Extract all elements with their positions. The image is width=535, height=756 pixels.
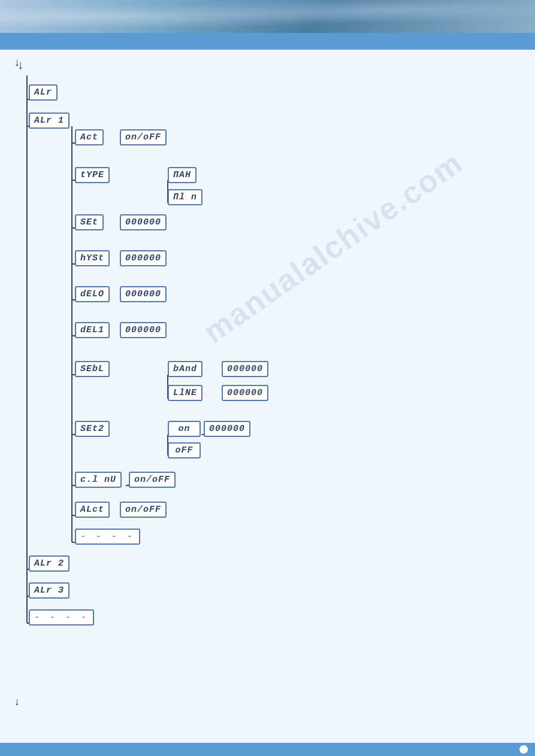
hyst-node: hYSt — [75, 250, 110, 266]
blue-bar — [0, 33, 535, 50]
main-content: manualalchive.com ↓ — [0, 50, 535, 726]
set-node: SEt — [75, 214, 104, 230]
footer-bar — [0, 743, 535, 756]
alr2-node: ALr 2 — [29, 555, 69, 572]
line-val-node: 000000 — [222, 385, 268, 401]
clnu-node: c.l nU — [75, 472, 122, 488]
arrow-bottom: ↓ — [14, 696, 20, 708]
delo-val-node: 000000 — [120, 286, 167, 302]
del1-val-node: 000000 — [120, 322, 167, 338]
hyst-val-node: 000000 — [120, 250, 167, 266]
set2-node: SEt2 — [75, 421, 110, 437]
off-node: oFF — [168, 442, 201, 459]
alr3-node: ALr 3 — [29, 582, 69, 599]
act-node: Act — [75, 129, 104, 145]
band-node: bAnd — [168, 361, 202, 377]
root-alr-node: ALr — [29, 84, 58, 101]
clnu-val-node: on/oFF — [129, 472, 176, 488]
footer-dot — [519, 745, 528, 754]
alct-val-node: on/oFF — [120, 502, 167, 518]
min-node: Пl n — [168, 189, 202, 205]
delo-node: dELO — [75, 286, 110, 302]
dash-bottom-node: - - - - — [29, 609, 94, 626]
header-banner — [0, 0, 535, 33]
sebl-node: SEbL — [75, 361, 110, 377]
on-node: on — [168, 421, 201, 437]
line-node: LlNE — [168, 385, 202, 401]
arrow-top-indicator: ↓ — [14, 57, 20, 69]
act-onoff-node: on/oFF — [120, 129, 167, 145]
alct-node: ALct — [75, 502, 110, 518]
del1-node: dEL1 — [75, 322, 110, 338]
set-val-node: 000000 — [120, 214, 167, 230]
band-val-node: 000000 — [222, 361, 268, 377]
type-node: tYPE — [75, 167, 110, 183]
dash-alr1-node: - - - - — [75, 529, 140, 545]
mah-node: ПАН — [168, 167, 197, 183]
alr1-node: ALr 1 — [29, 113, 69, 129]
on-val-node: 000000 — [204, 421, 250, 437]
